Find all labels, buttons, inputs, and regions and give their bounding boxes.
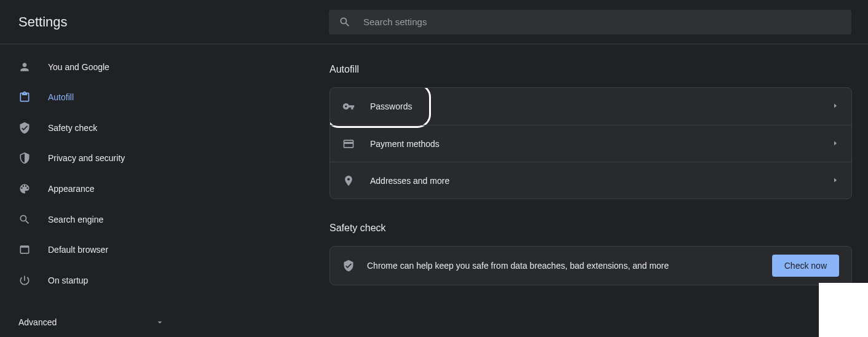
- row-label: Payment methods: [370, 139, 832, 149]
- search-icon: [18, 213, 31, 226]
- sidebar-item-safety-check[interactable]: Safety check: [0, 113, 178, 143]
- clipboard-icon: [18, 91, 31, 103]
- main-content: Autofill Passwords Payment methods Addre…: [178, 44, 868, 337]
- row-addresses[interactable]: Addresses and more: [330, 162, 851, 199]
- sidebar-item-label: Autofill: [48, 92, 74, 102]
- advanced-label: Advanced: [18, 317, 57, 327]
- person-icon: [18, 61, 31, 73]
- sidebar-advanced-toggle[interactable]: Advanced: [0, 307, 178, 337]
- shield-check-icon: [342, 260, 355, 272]
- safety-text: Chrome can help keep you safe from data …: [367, 261, 772, 271]
- browser-icon: [18, 244, 31, 256]
- sidebar-item-label: On startup: [48, 276, 88, 285]
- search-input[interactable]: [363, 17, 842, 27]
- overlay-square: [819, 283, 868, 337]
- search-container[interactable]: [329, 10, 851, 34]
- header: Settings: [0, 0, 868, 44]
- row-passwords[interactable]: Passwords: [330, 88, 851, 125]
- row-label: Passwords: [370, 101, 832, 111]
- key-icon: [342, 100, 355, 113]
- shield-icon: [18, 152, 31, 164]
- section-title-safety: Safety check: [329, 223, 852, 234]
- sidebar-item-autofill[interactable]: Autofill: [0, 82, 178, 113]
- safety-card: Chrome can help keep you safe from data …: [329, 246, 852, 285]
- sidebar-item-search-engine[interactable]: Search engine: [0, 204, 178, 235]
- chevron-right-icon: [832, 138, 839, 149]
- search-icon: [339, 16, 351, 28]
- sidebar-item-label: Safety check: [48, 123, 97, 133]
- power-icon: [18, 274, 31, 287]
- shield-check-icon: [18, 122, 31, 134]
- sidebar-item-label: Privacy and security: [48, 153, 125, 163]
- sidebar-item-default-browser[interactable]: Default browser: [0, 234, 178, 265]
- chevron-right-icon: [832, 101, 839, 112]
- sidebar-item-privacy[interactable]: Privacy and security: [0, 143, 178, 174]
- location-icon: [342, 175, 355, 187]
- sidebar-item-label: Default browser: [48, 245, 108, 255]
- autofill-card: Passwords Payment methods Addresses and …: [329, 87, 852, 199]
- sidebar-item-label: Search engine: [48, 215, 103, 224]
- chevron-right-icon: [832, 175, 839, 186]
- check-now-button[interactable]: Check now: [772, 255, 839, 277]
- sidebar-item-appearance[interactable]: Appearance: [0, 173, 178, 204]
- chevron-down-icon: [155, 317, 165, 327]
- safety-check-row: Chrome can help keep you safe from data …: [330, 247, 851, 285]
- section-title-autofill: Autofill: [329, 64, 852, 75]
- palette-icon: [18, 183, 31, 195]
- row-label: Addresses and more: [370, 176, 832, 186]
- sidebar-item-on-startup[interactable]: On startup: [0, 265, 178, 296]
- sidebar-item-label: Appearance: [48, 184, 95, 194]
- row-payment-methods[interactable]: Payment methods: [330, 125, 851, 162]
- credit-card-icon: [342, 138, 355, 150]
- sidebar-item-label: You and Google: [48, 62, 109, 72]
- page-title: Settings: [18, 14, 329, 30]
- sidebar-item-you-and-google[interactable]: You and Google: [0, 52, 178, 82]
- sidebar: You and Google Autofill Safety check Pri…: [0, 44, 178, 337]
